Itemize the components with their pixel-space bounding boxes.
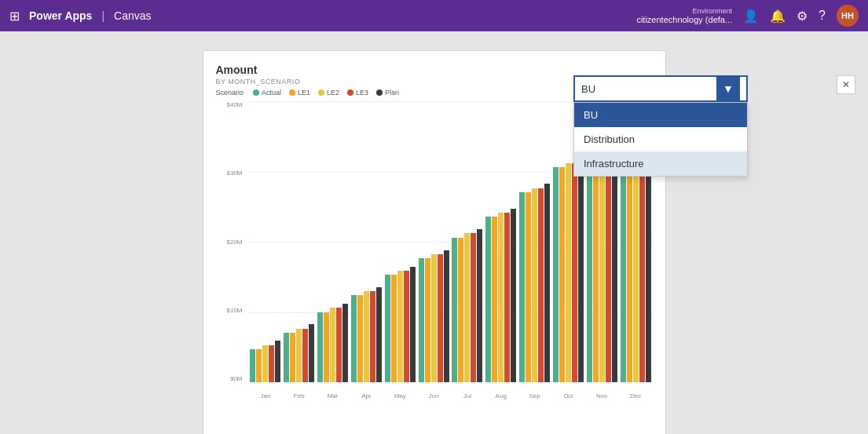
month-group-jul — [450, 101, 484, 382]
month-group-feb — [282, 101, 316, 382]
y-label-40m: $40M — [226, 101, 245, 108]
legend-label-le2: LE2 — [327, 89, 339, 97]
legend-dot-le2 — [318, 89, 324, 96]
environment-info: Environment citizentechnology (defa... — [636, 7, 732, 24]
chart-title: Amount — [216, 64, 653, 76]
bar-aug-bar-plan — [511, 209, 516, 382]
bar-mar-bar-actual — [317, 312, 323, 383]
bar-jul-bar-le1 — [458, 238, 463, 382]
legend-item-plan: Plan — [376, 89, 399, 97]
bar-sep-bar-plan — [544, 184, 550, 382]
bar-jun-bar-le1 — [425, 258, 430, 382]
app-logo: Power Apps — [29, 9, 92, 22]
env-name: citizentechnology (defa... — [636, 15, 732, 24]
legend-item-le2: LE2 — [318, 89, 339, 97]
settings-button[interactable]: ⚙ — [797, 9, 808, 24]
x-label-jan: Jan — [249, 392, 283, 399]
bar-may-bar-le1 — [391, 275, 397, 382]
bar-oct-bar-plan — [578, 159, 584, 382]
dropdown-option-infrastructure[interactable]: Infrastructure — [574, 151, 747, 176]
dropdown-trigger[interactable]: BU ▼ — [573, 75, 748, 102]
x-label-mar: Mar — [316, 392, 350, 399]
x-label-aug: Aug — [484, 392, 518, 399]
bar-jun-bar-le3 — [438, 254, 443, 382]
y-label-20m: $20M — [226, 239, 245, 246]
dropdown-option-distribution[interactable]: Distribution — [574, 127, 747, 151]
user-avatar[interactable]: HH — [837, 5, 859, 27]
bar-apr-bar-actual — [351, 295, 357, 382]
chevron-down-icon: ▼ — [723, 82, 734, 95]
bar-jan-bar-plan — [275, 341, 280, 382]
topbar-separator: | — [101, 9, 104, 22]
x-label-dec: Dec — [619, 392, 653, 399]
legend-dot-le3 — [347, 89, 353, 96]
bar-sep-bar-le2 — [532, 188, 537, 382]
x-axis: JanFebMarAprMayJunJulAugSepOctNovDec — [249, 392, 653, 399]
month-group-sep — [518, 101, 551, 382]
notifications-button[interactable]: 🔔 — [770, 9, 786, 24]
y-axis: $40M $30M $20M $10M $0M — [216, 101, 246, 382]
bar-apr-bar-le3 — [370, 291, 375, 382]
x-label-nov: Nov — [585, 392, 619, 399]
help-button[interactable]: ? — [819, 9, 826, 23]
canvas-area: Amount BY MONTH_SCENARIO Scenario Actual… — [0, 31, 868, 434]
bar-jul-bar-le2 — [464, 233, 470, 382]
env-label: Environment — [693, 7, 733, 15]
bar-apr-bar-le2 — [364, 291, 369, 382]
month-group-may — [383, 101, 417, 382]
legend-label-plan: Plan — [385, 89, 399, 97]
bar-feb-bar-le3 — [302, 329, 308, 382]
topbar-right: Environment citizentechnology (defa... 👤… — [636, 5, 859, 27]
bar-feb-bar-le2 — [296, 329, 302, 382]
bar-nov-bar-actual — [587, 143, 592, 382]
bar-aug-bar-le3 — [504, 213, 510, 382]
bar-apr-bar-le1 — [357, 295, 363, 382]
grid-icon[interactable]: ⊞ — [9, 9, 20, 24]
bar-jun-bar-actual — [419, 258, 424, 382]
legend-label-le1: LE1 — [298, 89, 310, 97]
bar-jan-bar-le2 — [262, 345, 268, 382]
bar-aug-bar-le2 — [498, 213, 504, 382]
month-group-aug — [484, 101, 518, 382]
bar-jul-bar-plan — [477, 229, 482, 382]
legend-scenario-label: Scenario — [216, 89, 244, 97]
legend-item-actual: Actual — [253, 89, 281, 97]
x-label-oct: Oct — [551, 392, 585, 399]
legend-dot-plan — [376, 89, 383, 96]
x-label-jun: Jun — [417, 392, 451, 399]
bar-mar-bar-plan — [342, 304, 348, 382]
month-group-jan — [249, 101, 283, 382]
y-label-10m: $10M — [226, 307, 245, 314]
x-label-sep: Sep — [518, 392, 551, 399]
month-group-apr — [350, 101, 383, 382]
topbar: ⊞ Power Apps | Canvas Environment citize… — [0, 0, 868, 31]
x-label-may: May — [383, 392, 417, 399]
bar-oct-bar-actual — [553, 167, 559, 382]
app-name: Canvas — [114, 9, 151, 22]
bar-mar-bar-le1 — [324, 312, 329, 383]
bar-mar-bar-le3 — [336, 308, 342, 382]
bar-jan-bar-actual — [250, 349, 255, 382]
bar-oct-bar-le1 — [559, 167, 565, 382]
y-label-30m: $30M — [226, 170, 245, 177]
dropdown-chevron-icon: ▼ — [716, 77, 740, 100]
bar-oct-bar-le3 — [572, 163, 577, 382]
bar-sep-bar-le1 — [526, 192, 531, 382]
legend-dot-actual — [253, 89, 259, 96]
legend-item-le3: LE3 — [347, 89, 368, 97]
bar-feb-bar-actual — [284, 333, 289, 382]
dropdown-option-bu[interactable]: BU — [574, 103, 747, 127]
bar-may-bar-actual — [385, 275, 390, 382]
month-group-mar — [316, 101, 350, 382]
bar-aug-bar-actual — [485, 217, 491, 382]
close-button[interactable]: ✕ — [837, 75, 855, 94]
dropdown-menu: BU Distribution Infrastructure — [573, 102, 748, 177]
x-label-jul: Jul — [450, 392, 484, 399]
dropdown-selected-value: BU — [581, 83, 595, 95]
month-group-jun — [417, 101, 451, 382]
bar-may-bar-le3 — [404, 271, 409, 382]
bar-feb-bar-le1 — [290, 333, 295, 382]
bar-jul-bar-le3 — [471, 233, 476, 382]
legend-label-le3: LE3 — [356, 89, 368, 97]
bar-jun-bar-plan — [444, 250, 449, 382]
